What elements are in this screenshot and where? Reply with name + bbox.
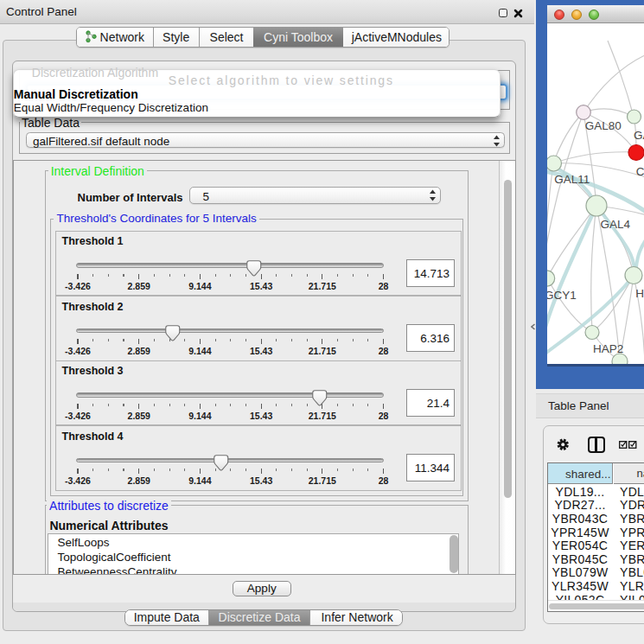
svg-text:GAL1: GAL1 — [634, 129, 644, 142]
svg-text:GAL80: GAL80 — [585, 119, 622, 132]
svg-text:GCY1: GCY1 — [547, 289, 577, 302]
svg-text:GAL4: GAL4 — [601, 218, 631, 231]
svg-text:CDC6: CDC6 — [636, 165, 644, 178]
svg-text:HAP2: HAP2 — [593, 342, 623, 355]
svg-text:HIS4: HIS4 — [635, 287, 644, 300]
svg-text:GAL11: GAL11 — [554, 173, 590, 186]
